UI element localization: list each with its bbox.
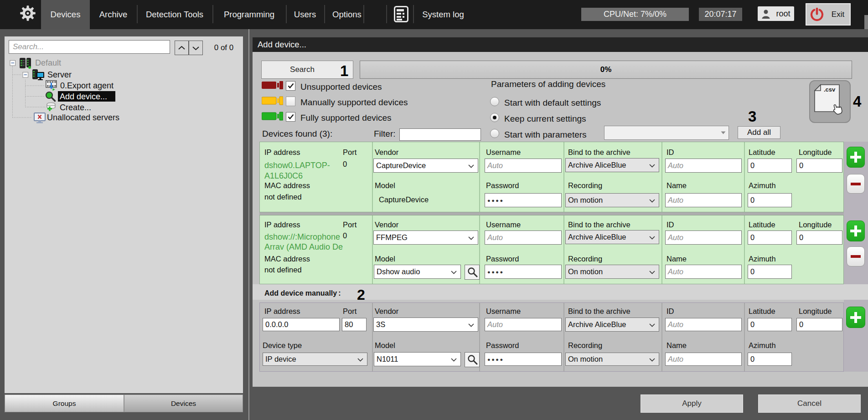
svg-text:Add device...: Add device...	[60, 92, 107, 101]
svg-text:Server: Server	[47, 70, 72, 79]
svg-text:Default: Default	[35, 58, 61, 67]
svg-text:.csv: .csv	[824, 86, 836, 93]
svg-text:Create...: Create...	[60, 103, 91, 112]
svg-text:Unallocated servers: Unallocated servers	[47, 113, 119, 122]
svg-text:0.Export agent: 0.Export agent	[60, 81, 114, 90]
